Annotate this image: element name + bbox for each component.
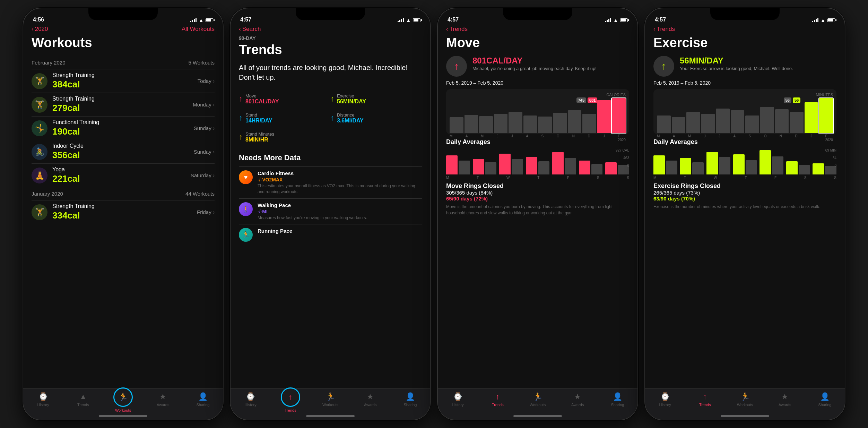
exercise-chart-area: MINUTES bbox=[653, 89, 836, 134]
awards-icon-2: ★ bbox=[367, 392, 374, 401]
back-button-1[interactable]: ‹2020 bbox=[32, 26, 48, 33]
avg-bar-w-gray bbox=[512, 159, 523, 174]
standmins-value: 8MIN/HR bbox=[245, 137, 274, 143]
wifi-icon-3: ▲ bbox=[613, 17, 618, 23]
workout-item-2[interactable]: 🏋 Strength Training 279cal Monday › bbox=[32, 93, 215, 116]
needs-walking[interactable]: 🚶 Walking Pace -/-MI Measures how fast y… bbox=[239, 198, 422, 224]
back-button-3[interactable]: ‹Trends bbox=[446, 26, 468, 33]
needs-cardio[interactable]: ♥ Cardio Fitness -/-VO2MAX This estimate… bbox=[239, 166, 422, 198]
workout-name-5: Yoga bbox=[52, 166, 191, 173]
exercise-metric-icon: ↑ bbox=[653, 56, 674, 77]
workout-name-2: Strength Training bbox=[52, 96, 193, 102]
exercise-metric-info: 56MIN/DAY Your Exercise arrow is looking… bbox=[680, 56, 793, 72]
ebar-n bbox=[775, 109, 789, 133]
bar-s bbox=[538, 117, 552, 133]
standmins-arrow: ↑ bbox=[239, 132, 243, 142]
workout-name-4: Indoor Cycle bbox=[52, 143, 194, 149]
phone-workouts: 4:56 ▲ ‹2020 All Workouts Workout bbox=[23, 8, 224, 420]
functional-icon: 🤸 bbox=[35, 124, 44, 133]
sharing-icon-4: 👤 bbox=[820, 392, 830, 401]
walking-info: Walking Pace -/-MI Measures how fast you… bbox=[258, 202, 367, 221]
tab-trends-3[interactable]: ↑ Trends bbox=[478, 392, 518, 407]
move-chart-bars bbox=[450, 98, 626, 133]
phone-trends: 4:57 ▲ ‹Search 90-DAY Trends bbox=[230, 8, 431, 420]
history-label-3: History bbox=[452, 403, 463, 407]
tab-sharing-3[interactable]: 👤 Sharing bbox=[598, 392, 637, 407]
tab-awards-2[interactable]: ★ Awards bbox=[350, 392, 390, 407]
bar-j3 bbox=[597, 100, 611, 133]
trend-move[interactable]: ↑ Move 801CAL/DAY bbox=[239, 89, 330, 108]
phones-container: 4:56 ▲ ‹2020 All Workouts Workout bbox=[16, 1, 852, 427]
home-indicator-2 bbox=[306, 415, 355, 417]
tab-trends-2[interactable]: ↑ Trends bbox=[270, 392, 310, 412]
tab-sharing-1[interactable]: 👤 Sharing bbox=[183, 392, 223, 407]
move-metric-info: 801CAL/DAY Michael, you're doing a great… bbox=[472, 56, 597, 72]
move-rings-main: 305/365 days (84%) bbox=[446, 190, 629, 196]
tab-history-1[interactable]: ⌚ History bbox=[23, 392, 63, 407]
eavg-group-f bbox=[760, 150, 783, 174]
tab-sharing-2[interactable]: 👤 Sharing bbox=[390, 392, 430, 407]
trends-icon-2: ↑ bbox=[288, 393, 292, 402]
workout-item-3[interactable]: 🤸 Functional Training 190cal Sunday › bbox=[32, 116, 215, 140]
move-label: Move bbox=[245, 93, 279, 99]
move-chart-label: CALORIES bbox=[450, 93, 626, 97]
workout-cal-jan-1: 334cal bbox=[52, 210, 197, 221]
sharing-icon-2: 👤 bbox=[406, 392, 415, 401]
workouts-icon-1: 🏃 bbox=[119, 393, 128, 402]
workout-item-jan-1[interactable]: 🏋 Strength Training 334cal Friday › bbox=[32, 200, 215, 224]
avg-group-m bbox=[446, 155, 470, 174]
home-indicator-4 bbox=[721, 415, 769, 417]
signal-icon-3 bbox=[605, 18, 611, 22]
workout-item-4[interactable]: 🚴 Indoor Cycle 356cal Sunday › bbox=[32, 140, 215, 163]
all-workouts-button[interactable]: All Workouts bbox=[182, 26, 215, 33]
workouts-label-4: Workouts bbox=[737, 403, 753, 407]
workout-info-2: Strength Training 279cal bbox=[52, 96, 193, 113]
eavg-bar-w-gray bbox=[719, 157, 730, 174]
needs-more-heading: Needs More Data bbox=[239, 153, 422, 162]
bar-n bbox=[568, 110, 582, 133]
battery-icon-3 bbox=[620, 18, 628, 22]
tab-awards-4[interactable]: ★ Awards bbox=[765, 392, 805, 407]
running-icon-inner: 🏃 bbox=[242, 231, 250, 239]
back-button-4[interactable]: ‹Trends bbox=[653, 26, 675, 33]
strength-icon-1: 🏋 bbox=[35, 77, 44, 86]
tab-awards-1[interactable]: ★ Awards bbox=[143, 392, 183, 407]
tab-history-2[interactable]: ⌚ History bbox=[231, 392, 270, 407]
avg-group-t2 bbox=[526, 157, 550, 174]
tab-workouts-4[interactable]: 🏃 Workouts bbox=[725, 392, 765, 407]
workout-day-2: Monday › bbox=[193, 102, 215, 108]
exercise-avg-max: 69 MIN340 bbox=[825, 148, 836, 168]
workout-info-5: Yoga 221cal bbox=[52, 166, 191, 184]
page-title-3: Move bbox=[446, 35, 629, 50]
home-indicator-3 bbox=[513, 415, 562, 417]
avg-bar-m-gray bbox=[459, 161, 470, 174]
workout-item-1[interactable]: 🏋 Strength Training 384cal Today › bbox=[32, 69, 215, 93]
notch-1 bbox=[88, 8, 158, 20]
needs-running[interactable]: 🏃 Running Pace bbox=[239, 224, 422, 245]
tab-trends-1[interactable]: ▲ Trends bbox=[63, 392, 103, 407]
trend-distance[interactable]: ↑ Distance 3.6MI/DAY bbox=[330, 108, 422, 127]
workouts-icon-3: 🏃 bbox=[533, 392, 542, 401]
yoga-icon: 🧘 bbox=[35, 171, 44, 180]
tab-sharing-4[interactable]: 👤 Sharing bbox=[805, 392, 845, 407]
tab-history-4[interactable]: ⌚ History bbox=[645, 392, 685, 407]
trend-stand-mins[interactable]: ↑ Stand Minutes 8MIN/HR bbox=[239, 127, 330, 146]
workout-item-5[interactable]: 🧘 Yoga 221cal Saturday › bbox=[32, 163, 215, 187]
tab-history-3[interactable]: ⌚ History bbox=[438, 392, 478, 407]
screen-content-1: Workouts February 2020 5 Workouts 🏋 Stre… bbox=[23, 35, 223, 388]
tab-awards-3[interactable]: ★ Awards bbox=[558, 392, 598, 407]
tab-workouts-2[interactable]: 🏃 Workouts bbox=[310, 392, 350, 407]
move-chevron-icon: ↑ bbox=[454, 60, 459, 72]
exercise-chevron-icon: ↑ bbox=[661, 60, 667, 72]
move-arrow: ↑ bbox=[239, 94, 243, 103]
tab-workouts-3[interactable]: 🏃 Workouts bbox=[518, 392, 557, 407]
tab-trends-4[interactable]: ↑ Trends bbox=[685, 392, 725, 407]
status-icons-4: ▲ bbox=[812, 17, 835, 23]
tab-workouts-1[interactable]: 🏃 Workouts bbox=[103, 392, 143, 412]
ebar-s bbox=[745, 115, 759, 133]
trends-label-4: Trends bbox=[699, 403, 711, 407]
eavg-bar-t-gray bbox=[692, 162, 704, 174]
back-button-2[interactable]: ‹Search bbox=[239, 26, 261, 33]
trend-exercise[interactable]: ↑ Exercise 56MIN/DAY bbox=[330, 89, 422, 108]
trend-stand[interactable]: ↑ Stand 14HR/DAY bbox=[239, 108, 330, 127]
